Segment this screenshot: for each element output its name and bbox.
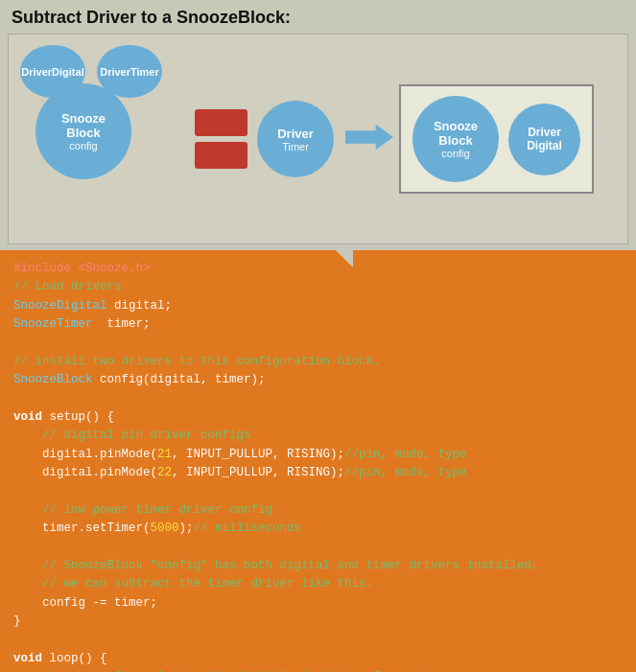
code-line: void loop() { — [13, 650, 623, 668]
diagram-area: Driver Digital Driver Timer Snooze Block… — [8, 34, 628, 244]
code-line: digital.pinMode(22, INPUT_PULLUP, RISING… — [13, 464, 623, 482]
code-line — [13, 632, 623, 650]
code-line: // now config only has the digital pin d… — [13, 668, 623, 672]
tab-fold — [336, 250, 353, 267]
red-rect-bottom — [195, 142, 247, 169]
code-line: void setup() { — [13, 408, 623, 427]
code-line — [13, 335, 623, 353]
code-line: timer.setTimer(5000);// milliseconds — [13, 520, 623, 538]
left-group: Driver Digital Driver Timer Snooze Block… — [18, 43, 191, 235]
code-line: SnoozeBlock config(digital, timer); — [13, 371, 623, 389]
circle-driver-timer-center: Driver Timer — [257, 101, 334, 177]
circle-driver-digital-right: Driver Digital — [508, 104, 580, 175]
arrow-area — [345, 118, 393, 160]
red-rect-top — [195, 109, 247, 136]
circle-snooze-block-right: Snooze Block config — [412, 96, 499, 182]
circle-driver-timer-top: Driver Timer — [97, 45, 162, 98]
minus-area — [195, 109, 247, 169]
code-line: SnoozeDigital digital; — [13, 297, 623, 315]
code-line — [13, 539, 623, 557]
code-line: #include <Snooze.h> — [13, 260, 623, 278]
svg-marker-0 — [345, 125, 393, 151]
code-line: // we can subtract the timer driver like… — [13, 575, 623, 593]
code-area: #include <Snooze.h>// Load driversSnooze… — [0, 250, 636, 672]
code-line: // install two drivers to this configura… — [13, 353, 623, 371]
code-line — [13, 390, 623, 408]
code-line: // Load drivers — [13, 278, 623, 296]
code-line: } — [13, 613, 623, 631]
title-text: Subtract Driver to a SnoozeBlock: — [12, 8, 291, 27]
code-line: SnoozeTimer timer; — [13, 315, 623, 334]
code-line — [13, 483, 623, 501]
code-line: // low power timer driver config — [13, 501, 623, 520]
code-line: // SnoozeBlock "config" has both digital… — [13, 557, 623, 575]
code-container: #include <Snooze.h>// Load driversSnooze… — [13, 260, 623, 672]
circle-snooze-block-left: Snooze Block config — [35, 83, 131, 179]
code-line: // digital pin driver configs — [13, 427, 623, 445]
code-line: config -= timer; — [13, 594, 623, 613]
right-box: Snooze Block config Driver Digital — [399, 84, 594, 194]
page-title: Subtract Driver to a SnoozeBlock: — [0, 0, 636, 34]
code-line: digital.pinMode(21, INPUT_PULLUP, RISING… — [13, 446, 623, 464]
circle-driver-digital-top: Driver Digital — [20, 45, 85, 98]
